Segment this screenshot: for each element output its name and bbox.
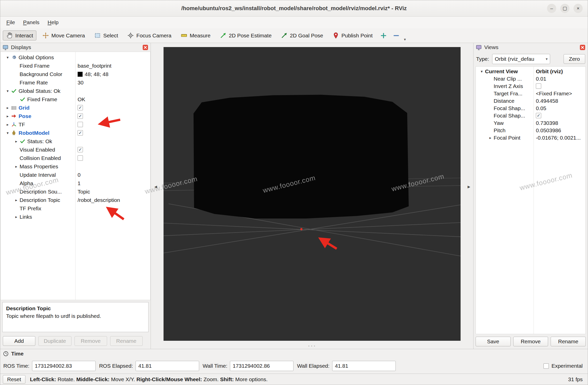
property-value[interactable]: ✓ [75, 113, 150, 119]
tool-move-camera[interactable]: Move Camera [39, 31, 88, 40]
checkbox[interactable]: ✓ [78, 147, 83, 152]
expander-open-icon[interactable]: ▾ [4, 89, 11, 93]
time-field-input[interactable] [332, 361, 396, 371]
tool-interact[interactable]: Interact [3, 31, 36, 40]
checkbox[interactable]: ✓ [536, 113, 541, 118]
checkbox[interactable] [78, 155, 83, 161]
views-remove-button[interactable]: Remove [513, 337, 548, 346]
property-value[interactable]: ✓ [75, 147, 150, 152]
displays-add-button[interactable]: Add [3, 336, 35, 346]
checkbox[interactable] [536, 83, 541, 89]
property-value[interactable]: 0.730398 [534, 120, 585, 126]
expander-closed-icon[interactable]: ▸ [13, 198, 20, 202]
property-value[interactable]: -0.01676; 0.0021... [534, 135, 585, 141]
property-value[interactable]: 1 [75, 180, 150, 186]
view-row-focal-point[interactable]: ▸Focal Point-0.01676; 0.0021... [476, 134, 585, 141]
property-value[interactable] [75, 122, 150, 127]
view-row-distance[interactable]: Distance0.494458 [476, 97, 585, 105]
property-value[interactable]: Topic [75, 189, 150, 195]
view-type-dropdown[interactable]: Orbit (rviz_defau ▾ [492, 54, 550, 64]
property-value[interactable]: 0.01 [534, 76, 585, 82]
view-row-focal-shap[interactable]: Focal Shap...0.05 [476, 105, 585, 112]
checkbox[interactable]: ✓ [78, 130, 83, 136]
expander-open-icon[interactable]: ▾ [4, 55, 11, 60]
views-tree: ▾Current ViewOrbit (rviz)Near Clip ...0.… [476, 66, 586, 334]
add-tool-button[interactable] [378, 31, 389, 41]
view-row-invert-z-axis[interactable]: Invert Z Axis [476, 82, 585, 90]
property-value[interactable] [75, 155, 150, 161]
menu-panels[interactable]: Panels [19, 18, 43, 27]
tool-measure[interactable]: Measure [177, 31, 214, 40]
time-field-input[interactable] [136, 361, 199, 371]
property-value[interactable]: 30 [75, 80, 150, 86]
property-label: Fixed Frame [20, 63, 50, 69]
tool-focus-camera[interactable]: Focus Camera [124, 31, 175, 40]
view-row-current-view[interactable]: ▾Current ViewOrbit (rviz) [476, 68, 585, 75]
3d-viewport[interactable] [164, 47, 461, 341]
expander-closed-icon[interactable]: ▸ [4, 122, 11, 127]
time-field-input[interactable] [32, 361, 96, 371]
property-value[interactable]: ✓ [75, 130, 150, 136]
expander-closed-icon[interactable]: ▸ [13, 164, 20, 169]
property-value[interactable]: /robot_description [75, 197, 150, 203]
property-value[interactable] [534, 83, 585, 89]
property-value[interactable]: <Fixed Frame> [534, 91, 585, 97]
property-value[interactable]: OK [75, 96, 150, 102]
experimental-checkbox[interactable] [543, 363, 549, 369]
remove-tool-button[interactable] [391, 31, 401, 41]
expander-closed-icon[interactable]: ▸ [13, 215, 20, 219]
property-value[interactable]: ✓ [75, 105, 150, 110]
property-value[interactable]: 0.494458 [534, 98, 585, 104]
views-save-button[interactable]: Save [476, 337, 511, 346]
interact-icon [6, 32, 13, 39]
time-field-input[interactable] [230, 361, 293, 371]
property-value[interactable]: 48; 48; 48 [75, 71, 150, 77]
expander-closed-icon[interactable]: ▸ [4, 106, 11, 110]
splitter-handle[interactable]: ··· [308, 342, 316, 349]
value-text: 0.05 [536, 105, 546, 111]
checkbox[interactable] [78, 122, 83, 127]
reset-button[interactable]: Reset [3, 375, 25, 384]
menu-help[interactable]: Help [43, 18, 63, 27]
view-row-pitch[interactable]: Pitch0.0503986 [476, 127, 585, 134]
property-value[interactable]: 0.0503986 [534, 127, 585, 134]
property-value[interactable]: 0 [75, 172, 150, 178]
experimental-toggle: Experimental [543, 363, 585, 369]
expander-closed-icon[interactable]: ▸ [4, 114, 11, 119]
expander-closed-icon[interactable]: ▸ [487, 136, 494, 140]
minimize-button[interactable]: – [547, 4, 556, 13]
toolbar-overflow-chevron-icon[interactable]: ▾ [404, 37, 406, 42]
tool-select[interactable]: Select [91, 31, 121, 40]
checkbox[interactable]: ✓ [78, 113, 83, 119]
tool-2d-pose-estimate[interactable]: 2D Pose Estimate [216, 31, 275, 40]
maximize-button[interactable]: ▢ [560, 4, 569, 13]
view-row-target-fra[interactable]: Target Fra...<Fixed Frame> [476, 90, 585, 97]
expander-open-icon[interactable]: ▾ [4, 131, 11, 135]
property-value[interactable]: 0.05 [534, 105, 585, 111]
collapse-left-icon[interactable]: ◂ [154, 184, 157, 190]
property-value[interactable]: ✓ [534, 113, 585, 118]
time-field-label: Wall Elapsed: [297, 363, 330, 369]
tool-publish-point[interactable]: Publish Point [329, 31, 376, 40]
tool-2d-goal-pose[interactable]: 2D Goal Pose [277, 31, 327, 40]
robot-icon [11, 130, 19, 136]
window-title: /home/ubuntu/ros2_ws/install/robot_model… [0, 5, 588, 12]
views-close-icon[interactable] [579, 44, 586, 51]
view-row-near-clip[interactable]: Near Clip ...0.01 [476, 75, 585, 82]
property-value[interactable]: Orbit (rviz) [534, 68, 585, 75]
zero-button[interactable]: Zero [564, 54, 585, 64]
view-row-yaw[interactable]: Yaw0.730398 [476, 119, 585, 127]
check-icon [20, 96, 27, 102]
checkbox[interactable]: ✓ [78, 105, 83, 110]
value-text: /robot_description [78, 197, 120, 203]
menu-file[interactable]: File [2, 18, 19, 27]
displays-close-icon[interactable] [142, 44, 149, 51]
tool-label: Measure [190, 33, 211, 39]
expander-open-icon[interactable]: ▾ [478, 69, 485, 74]
views-rename-button[interactable]: Rename [551, 337, 586, 346]
collapse-right-icon[interactable]: ▸ [467, 184, 470, 190]
expander-closed-icon[interactable]: ▸ [13, 139, 20, 144]
view-row-focal-shap[interactable]: Focal Shap...✓ [476, 112, 585, 119]
close-button[interactable]: × [574, 4, 583, 13]
property-value[interactable]: base_footprint [75, 63, 150, 69]
